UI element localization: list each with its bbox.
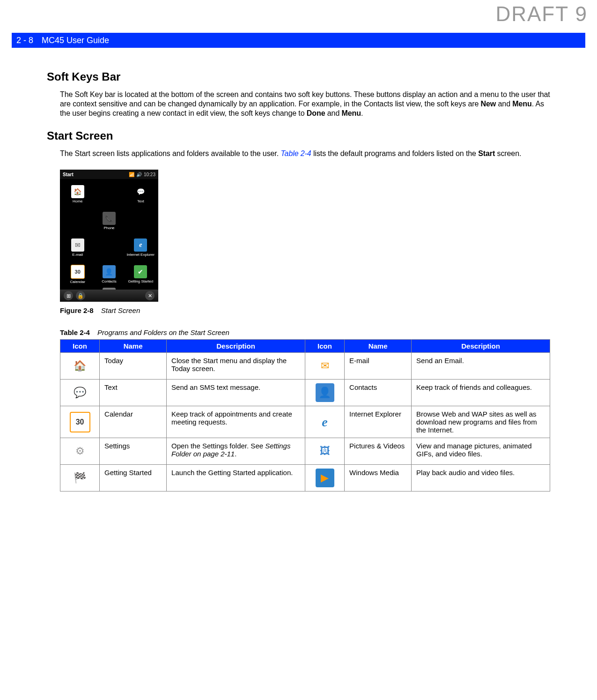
ss-app: 👤Contacts [93, 261, 125, 288]
table-row: ⚙SettingsOpen the Settings folder. See S… [60, 438, 550, 465]
app-label: E-mail [72, 253, 83, 257]
icon-cell: 💬 [60, 380, 100, 406]
program-icon: ⚙ [71, 442, 89, 461]
table-caption: Table 2-4 Programs and Folders on the St… [60, 328, 550, 336]
startscreen-paragraph: The Start screen lists applications and … [60, 149, 550, 158]
figure-2-8: Start 📶🔊10:23 🏠Home💬Text📞Phone✉E-maileIn… [60, 170, 550, 302]
ss-app: eInternet Explorer [125, 234, 156, 261]
ss-app [93, 181, 125, 208]
ss-bottombar: ⊞ 🔒 ✕ [60, 290, 158, 302]
ss-app [93, 234, 125, 261]
name-cell: Text [100, 380, 167, 406]
icon-cell: 🏠 [60, 353, 100, 380]
app-label: Contacts [102, 280, 117, 283]
link-table-2-4[interactable]: Table 2-4 [280, 149, 311, 157]
app-label: Text [137, 200, 144, 203]
figure-caption: Figure 2-8 Start Screen [60, 306, 550, 314]
desc-cell: Send an Email. [412, 353, 550, 380]
app-label: Phone [103, 226, 114, 230]
table-row: 🏠TodayClose the Start menu and display t… [60, 353, 550, 380]
name-cell: Calendar [100, 406, 167, 438]
ss-app: 💬Text [125, 181, 156, 208]
program-icon: 🏠 [71, 357, 89, 375]
ss-app: ✔Getting Started [125, 261, 156, 288]
ss-titlebar: Start 📶🔊10:23 [60, 170, 158, 179]
program-icon: ▶ [316, 469, 334, 487]
app-icon: 30 [71, 265, 85, 279]
app-label: Internet Explorer [127, 253, 155, 257]
desc-cell: Close the Start menu and display the Tod… [167, 353, 305, 380]
windows-icon: ⊞ [64, 291, 73, 300]
icon-cell: 30 [60, 406, 100, 438]
page-header: 2 - 8 MC45 User Guide [12, 33, 585, 48]
app-icon: 📞 [103, 212, 116, 225]
program-icon: e [316, 413, 334, 432]
th-desc-1: Description [167, 340, 305, 353]
program-icon: 🖼 [316, 442, 334, 461]
ss-app [125, 208, 156, 234]
app-label: Home [73, 200, 82, 203]
softkeys-paragraph: The Soft Key bar is located at the botto… [60, 90, 550, 118]
app-label: Getting Started [128, 280, 153, 283]
name-cell: Contacts [345, 380, 412, 406]
app-icon: e [134, 238, 147, 252]
table-row: 30CalendarKeep track of appointments and… [60, 406, 550, 438]
th-name-1: Name [100, 340, 167, 353]
start-screen-screenshot: Start 📶🔊10:23 🏠Home💬Text📞Phone✉E-maileIn… [60, 170, 158, 302]
ss-app: 📞Phone [93, 208, 125, 234]
desc-cell: Launch the Getting Started application. [167, 465, 305, 491]
lock-icon: 🔒 [76, 291, 85, 300]
icon-cell: 🖼 [305, 438, 344, 465]
program-icon: ✉ [316, 357, 334, 375]
desc-cell: View and manage pictures, animated GIFs,… [412, 438, 550, 465]
program-icon: 30 [70, 412, 90, 432]
desc-cell: Browse Web and WAP sites as well as down… [412, 406, 550, 438]
icon-cell: 👤 [305, 380, 344, 406]
desc-cell: Play back audio and video files. [412, 465, 550, 491]
programs-table: Icon Name Description Icon Name Descript… [60, 339, 550, 491]
name-cell: Settings [100, 438, 167, 465]
desc-cell: Keep track of friends and colleagues. [412, 380, 550, 406]
program-icon: 💬 [71, 383, 89, 402]
name-cell: Today [100, 353, 167, 380]
th-icon-1: Icon [60, 340, 100, 353]
close-icon: ✕ [145, 291, 155, 300]
page-number: 2 - 8 [16, 36, 33, 45]
ss-app [62, 208, 93, 234]
ss-app: 🏠Home [62, 181, 93, 208]
app-label: Calendar [70, 280, 85, 284]
app-icon: 👤 [103, 265, 116, 278]
app-label: Settings [103, 302, 116, 306]
ss-app: 30Calendar [62, 261, 93, 288]
name-cell: E-mail [345, 353, 412, 380]
name-cell: Getting Started [100, 465, 167, 491]
th-icon-2: Icon [305, 340, 344, 353]
icon-cell: ▶ [305, 465, 344, 491]
app-icon: 💬 [134, 185, 147, 198]
th-name-2: Name [345, 340, 412, 353]
desc-cell: Send an SMS text message. [167, 380, 305, 406]
table-row: 🏁Getting StartedLaunch the Getting Start… [60, 465, 550, 491]
name-cell: Windows Media [345, 465, 412, 491]
heading-softkeys: Soft Keys Bar [47, 70, 550, 83]
name-cell: Internet Explorer [345, 406, 412, 438]
icon-cell: ✉ [305, 353, 344, 380]
heading-startscreen: Start Screen [47, 129, 550, 142]
desc-cell: Open the Settings folder. See Settings F… [167, 438, 305, 465]
icon-cell: e [305, 406, 344, 438]
icon-cell: ⚙ [60, 438, 100, 465]
app-icon: 🏠 [71, 185, 84, 198]
icon-cell: 🏁 [60, 465, 100, 491]
app-icon: ✉ [71, 238, 84, 252]
name-cell: Pictures & Videos [345, 438, 412, 465]
program-icon: 👤 [316, 383, 334, 402]
desc-cell: Keep track of appointments and create me… [167, 406, 305, 438]
table-row: 💬TextSend an SMS text message.👤ContactsK… [60, 380, 550, 406]
ss-app: ✉E-mail [62, 234, 93, 261]
guide-title: MC45 User Guide [42, 36, 109, 45]
program-icon: 🏁 [71, 469, 89, 487]
app-icon: ✔ [134, 265, 147, 278]
draft-mark: DRAFT 9 [495, 2, 588, 26]
th-desc-2: Description [412, 340, 550, 353]
